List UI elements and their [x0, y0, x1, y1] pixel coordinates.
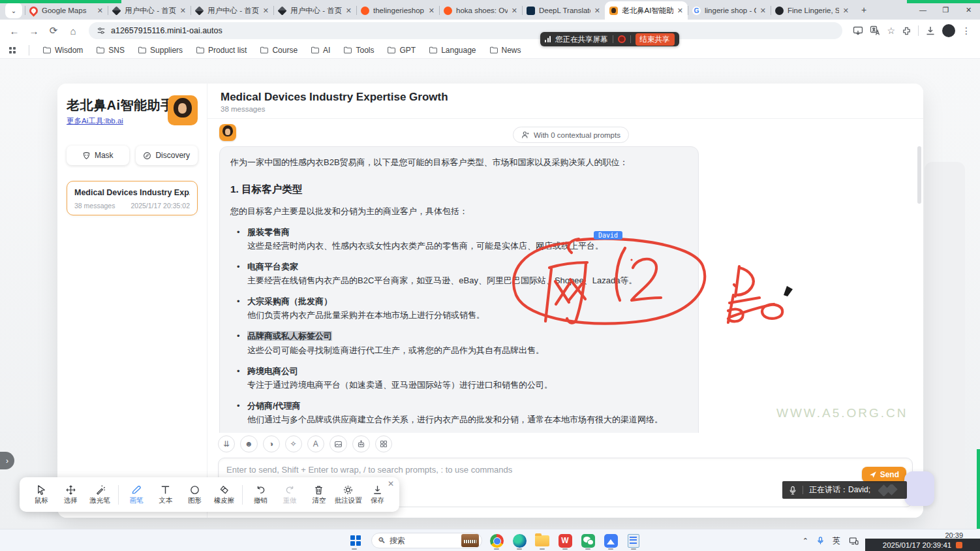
stop-sharing-button[interactable]: 结束共享 [635, 33, 675, 46]
tab-user-center-2[interactable]: 用户中心 - 首页✕ [191, 1, 273, 20]
bookmark-star-icon[interactable]: ☆ [887, 25, 895, 36]
bookmark-folder-sns[interactable]: SNS [96, 46, 125, 55]
tab-user-center-1[interactable]: 用户中心 - 首页✕ [108, 1, 191, 20]
tray-microphone-icon[interactable] [817, 536, 824, 545]
pen-tool-button[interactable]: 画笔 [122, 484, 150, 505]
taskbar-explorer[interactable] [534, 531, 551, 550]
download-icon[interactable] [925, 25, 936, 36]
redo-button[interactable]: 重做 [276, 484, 304, 505]
taskbar-wechat[interactable] [579, 531, 596, 550]
taskbar-cloud-app[interactable] [602, 531, 619, 550]
select-tool-button[interactable]: 选择 [57, 484, 85, 505]
tab-close-icon[interactable]: ✕ [180, 7, 186, 15]
laser-pointer-button[interactable]: 激光笔 [86, 484, 114, 505]
image-icon[interactable] [329, 435, 347, 452]
bookmark-folder-tools[interactable]: Tools [343, 46, 374, 55]
tab-lingerie-shop-search[interactable]: Glingerie shop - G✕ [688, 1, 771, 20]
reload-button[interactable]: ⟳ [44, 22, 63, 40]
start-button[interactable] [346, 531, 365, 550]
tab-close-icon[interactable]: ✕ [843, 7, 849, 15]
bookmark-folder-suppliers[interactable]: Suppliers [138, 46, 183, 55]
chat-main: Medical Devices Industry Expertise Growt… [207, 84, 923, 518]
cube-favicon-icon [277, 6, 286, 15]
contextual-prompts-pill[interactable]: With 0 contextual prompts [513, 127, 629, 143]
tab-fine-lingerie[interactable]: Fine Lingerie, Sle✕ [771, 1, 853, 20]
microphone-icon [789, 486, 797, 495]
new-tab-button[interactable]: + [856, 2, 872, 18]
undo-button[interactable]: 撤销 [247, 484, 275, 505]
site-settings-icon[interactable] [97, 26, 106, 35]
taskbar-search[interactable]: 🔍︎ 搜索 [371, 533, 482, 548]
send-button[interactable]: Send [862, 467, 906, 482]
windows-taskbar: 🔍︎ 搜索 W ⌃ 英 20:39 [0, 529, 980, 551]
shape-tool-button[interactable]: 图形 [181, 484, 209, 505]
annotation-settings-button[interactable]: 批注设置 [334, 484, 362, 505]
input-toolbar: ⇊ ☻ ◑ ✧ A [218, 435, 913, 452]
plugins-grid-icon[interactable] [375, 435, 392, 452]
cast-display-icon[interactable] [849, 537, 859, 545]
tab-search-button[interactable]: ⌄ [5, 3, 22, 18]
divider [29, 45, 29, 55]
browser-menu-icon[interactable]: ⋮ [962, 25, 971, 36]
tab-close-icon[interactable]: ✕ [760, 7, 766, 15]
tab-hoka-shoes[interactable]: hoka shoes: Ove✕ [439, 1, 522, 20]
extensions-icon[interactable] [902, 26, 911, 36]
tab-google-maps[interactable]: Google Maps✕ [25, 1, 108, 20]
bookmark-folder-news[interactable]: News [489, 46, 521, 55]
text-tool-button[interactable]: 文本 [151, 484, 179, 505]
address-bar[interactable]: a12657915116.mini1-oai.autos [89, 22, 842, 39]
floating-app-icon[interactable] [904, 471, 934, 506]
tab-close-icon[interactable]: ✕ [677, 7, 683, 15]
discovery-button[interactable]: Discovery [136, 146, 198, 165]
forward-button[interactable]: → [25, 22, 43, 40]
search-highlight-image[interactable] [461, 534, 479, 547]
tab-close-icon[interactable]: ✕ [512, 7, 517, 15]
font-tool-icon[interactable]: A [307, 435, 324, 452]
chrome-icon [490, 534, 504, 548]
tab-close-icon[interactable]: ✕ [97, 7, 103, 15]
tab-ai-assistant-active[interactable]: 老北鼻AI智能助手✕ [605, 1, 688, 20]
tab-user-center-3[interactable]: 用户中心 - 首页✕ [273, 1, 356, 20]
taskbar-chrome[interactable] [488, 531, 505, 550]
tab-deepl[interactable]: DeepL Translate:✕ [522, 1, 605, 20]
chat-scrollbar[interactable] [917, 146, 921, 204]
robot-model-icon[interactable] [352, 435, 370, 452]
bookmark-folder-language[interactable]: Language [429, 46, 476, 55]
tab-close-icon[interactable]: ✕ [429, 7, 435, 15]
apps-grid-icon[interactable] [9, 47, 16, 54]
taskbar-edge[interactable] [511, 531, 528, 550]
theme-icon[interactable]: ◑ [263, 435, 280, 452]
ime-indicator[interactable]: 英 [833, 535, 840, 546]
tab-thelingerieshop[interactable]: thelingerieshop✕ [356, 1, 439, 20]
more-tools-link[interactable]: 更多Ai工具:lbb.ai [67, 116, 123, 126]
taskbar-notes-app[interactable] [625, 531, 642, 550]
collapse-icon[interactable]: ⇊ [218, 435, 235, 452]
translate-icon[interactable] [870, 25, 880, 36]
bookmark-folder-gpt[interactable]: GPT [387, 46, 416, 55]
prompt-wand-icon[interactable]: ✧ [285, 435, 302, 452]
profile-avatar[interactable] [942, 24, 955, 37]
clear-all-button[interactable]: 清空 [305, 484, 333, 505]
chat-list-item[interactable]: Medical Devices Industry Exp... 38 messa… [67, 181, 198, 215]
bookmark-folder-ai[interactable]: AI [311, 46, 330, 55]
cube-favicon-icon [112, 6, 121, 15]
tab-close-icon[interactable]: ✕ [263, 7, 269, 15]
mask-face-icon[interactable]: ☻ [240, 435, 258, 452]
screen-share-banner: 您正在共享屏幕 结束共享 [540, 32, 679, 46]
tab-close-icon[interactable]: ✕ [594, 7, 600, 15]
tray-expand-icon[interactable]: ⌃ [803, 537, 808, 545]
mouse-tool-button[interactable]: 鼠标 [27, 484, 55, 505]
message-intro: 作为一家中国的性感内衣B2B贸易商，以下是您可能的目标客户类型、市场和国家以及采… [230, 155, 688, 169]
tab-close-icon[interactable]: ✕ [346, 7, 352, 15]
mask-button[interactable]: Mask [67, 146, 129, 165]
back-button[interactable]: ← [5, 22, 23, 40]
home-button[interactable]: ⌂ [64, 22, 82, 40]
list-item: 品牌商或私人标签公司这些公司可能会寻找制造商进行代工生产，或将您的产品作为其自有… [237, 329, 688, 356]
toolbar-close-icon[interactable]: ✕ [388, 479, 394, 488]
cast-icon[interactable] [853, 25, 863, 36]
bookmark-folder-wisdom[interactable]: Wisdom [42, 46, 83, 55]
bookmark-folder-course[interactable]: Course [260, 46, 298, 55]
taskbar-wps[interactable]: W [557, 531, 574, 550]
eraser-tool-button[interactable]: 橡皮擦 [210, 484, 238, 505]
bookmark-folder-product-list[interactable]: Product list [196, 46, 247, 55]
